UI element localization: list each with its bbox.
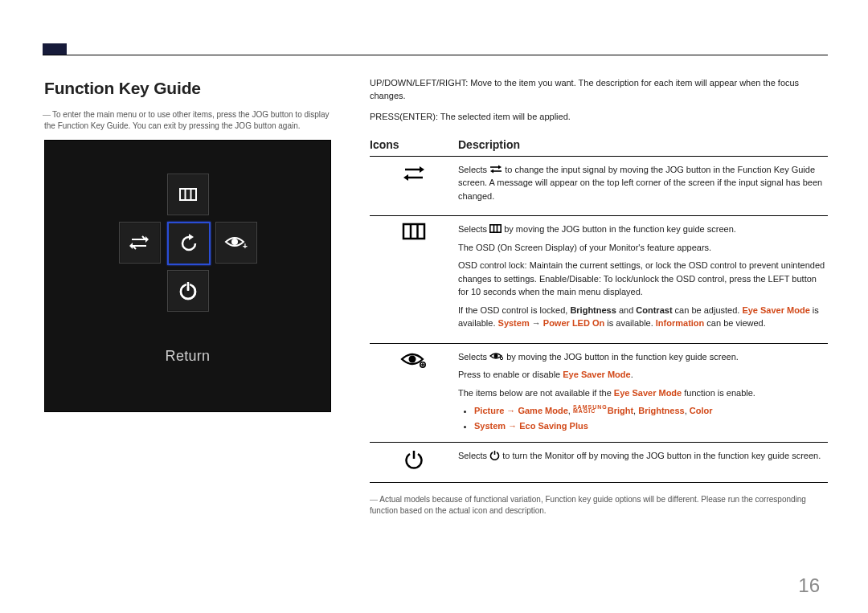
- page-number: 16: [798, 574, 820, 597]
- right-column: UP/DOWN/LEFT/RIGHT: Move to the item you…: [370, 77, 828, 525]
- eye-saver-icon: +: [215, 222, 257, 264]
- eye-inline-icon: [489, 351, 504, 361]
- eye-saver-unavailable-list: Picture → Game Mode, SAMSUNGMAGICBright,…: [458, 404, 828, 432]
- power-icon: [403, 449, 424, 470]
- source-icon-cell: [370, 156, 458, 216]
- menu-icon-cell: [370, 216, 458, 344]
- svg-point-27: [409, 355, 416, 362]
- menu-icon-svg: [178, 185, 198, 204]
- intro-enter: PRESS(ENTER): The selected item will be …: [370, 111, 828, 124]
- source-inline-icon: [489, 165, 502, 174]
- power-icon: [167, 270, 209, 312]
- left-column: Function Key Guide ―To enter the main me…: [44, 79, 334, 412]
- samsung-magic-brand: SAMSUNGMAGIC: [573, 406, 608, 414]
- power-inline-icon: [489, 450, 500, 460]
- intro-paragraphs: UP/DOWN/LEFT/RIGHT: Move to the item you…: [370, 77, 828, 124]
- list-item: System → Eco Saving Plus: [474, 419, 828, 433]
- eye-saver-icon-cell: [370, 343, 458, 443]
- svg-marker-20: [490, 169, 493, 173]
- return-icon-svg: [178, 233, 199, 254]
- list-item: Picture → Game Mode, SAMSUNGMAGICBright,…: [474, 404, 828, 418]
- svg-marker-7: [189, 234, 194, 240]
- intro-note: ―To enter the main menu or to use other …: [44, 109, 334, 132]
- source-desc: Selects to change the input signal by mo…: [458, 156, 828, 216]
- panel-label: Return: [45, 348, 330, 365]
- eye-saver-icon: [400, 350, 428, 370]
- table-row: Selects by moving the JOG button in the …: [370, 216, 828, 344]
- svg-marker-3: [145, 236, 149, 243]
- power-desc: Selects to turn the Monitor off by movin…: [458, 443, 828, 483]
- svg-point-8: [231, 239, 238, 245]
- table-row: Selects to change the input signal by mo…: [370, 156, 828, 216]
- table-row: Selects by moving the JOG button in the …: [370, 343, 828, 443]
- menu-inline-icon: [489, 224, 502, 233]
- table-row: Selects to turn the Monitor off by movin…: [370, 443, 828, 483]
- eye-saver-desc: Selects by moving the JOG button in the …: [458, 343, 828, 443]
- svg-rect-21: [403, 224, 424, 239]
- svg-marker-18: [498, 165, 502, 169]
- header-square: [43, 43, 67, 55]
- table-header-row: Icons Description: [370, 135, 828, 157]
- svg-marker-14: [420, 166, 424, 173]
- menu-icon: [402, 223, 426, 240]
- source-icon: [402, 163, 426, 184]
- page-title: Function Key Guide: [44, 79, 334, 98]
- description-header: Description: [458, 135, 828, 157]
- power-icon-cell: [370, 443, 458, 483]
- intro-nav: UP/DOWN/LEFT/RIGHT: Move to the item you…: [370, 77, 828, 103]
- menu-icon: [167, 174, 209, 215]
- menu-desc: Selects by moving the JOG button in the …: [458, 216, 828, 344]
- svg-point-32: [500, 357, 502, 359]
- manual-page: Function Key Guide ―To enter the main me…: [0, 0, 868, 613]
- svg-text:+: +: [243, 242, 248, 251]
- power-icon-svg: [178, 280, 199, 301]
- top-divider: [43, 55, 828, 55]
- function-key-panel: + Return: [44, 140, 331, 412]
- icon-description-table: Icons Description Selects to change the …: [370, 135, 828, 483]
- source-icon-svg: [129, 233, 150, 252]
- svg-rect-24: [490, 225, 501, 232]
- svg-rect-0: [180, 189, 196, 200]
- icons-header: Icons: [370, 135, 458, 157]
- eye-saver-icon-svg: +: [224, 234, 248, 251]
- source-icon: [119, 222, 161, 264]
- svg-point-31: [494, 353, 498, 358]
- svg-marker-4: [129, 243, 133, 249]
- footnote: ― Actual models because of functional va…: [370, 494, 828, 517]
- svg-marker-16: [403, 174, 408, 181]
- return-icon: [167, 222, 211, 265]
